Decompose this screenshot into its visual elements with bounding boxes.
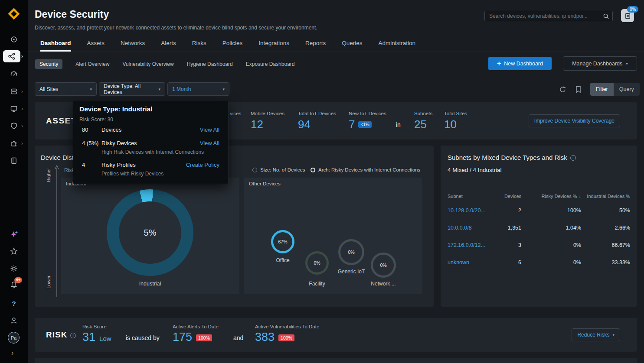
view-all-link[interactable]: View All xyxy=(200,126,219,133)
new-dashboard-button[interactable]: + New Dashboard xyxy=(488,57,552,70)
truncated-metric: vices xyxy=(230,111,241,116)
tab-queries[interactable]: Queries xyxy=(342,40,362,52)
tab-reports[interactable]: Reports xyxy=(305,40,326,52)
sidebar-item-security[interactable] xyxy=(10,122,18,130)
industrial-donut-chart[interactable]: 5% xyxy=(107,189,193,276)
subtab-exposure-dashboard[interactable]: Exposure Dashboard xyxy=(246,61,295,67)
sidebar-item-monitoring[interactable] xyxy=(10,104,18,113)
sidebar-expand-chevron-icon[interactable]: › xyxy=(11,349,13,357)
tab-risks[interactable]: Risks xyxy=(192,40,206,52)
subnets-card: Subnets by Mixed Device Types and Riski … xyxy=(441,146,637,307)
metric-label: Mobile Devices xyxy=(251,111,284,116)
cell-industrial: 33.33% xyxy=(581,259,630,266)
sites-filter-value: All Sites xyxy=(39,86,58,92)
manage-dashboards-button[interactable]: Manage Dashboards ▾ xyxy=(563,56,637,71)
col-devices[interactable]: Devices xyxy=(500,194,521,199)
reduce-risks-button[interactable]: Reduce Risks ▾ xyxy=(572,328,620,341)
bubble-generic-iot[interactable]: 0% xyxy=(338,239,364,265)
search-input[interactable] xyxy=(485,13,603,19)
other-devices-plot-panel: Other Devices 67% Office 0% Facility 0% … xyxy=(244,178,422,294)
info-icon[interactable]: i xyxy=(570,155,576,161)
metric-mobile-devices: Mobile Devices 12 xyxy=(251,111,284,131)
metric-new-iot: New IoT Devices 7 <1% xyxy=(349,111,386,131)
chevron-right-icon: › xyxy=(21,88,23,94)
bubble-value: 67% xyxy=(278,239,287,244)
sidebar-item-reports[interactable] xyxy=(10,156,18,165)
metric-value[interactable]: 25 xyxy=(414,118,432,131)
improve-visibility-button[interactable]: Improve Device Visibility Coverage xyxy=(529,114,620,127)
legend-size-option[interactable]: Size: No. of Devices xyxy=(252,167,305,172)
filter-toggle-button[interactable]: Filter xyxy=(590,83,614,96)
bubble-office[interactable]: 67% xyxy=(271,230,294,253)
sidebar-item-active-nav[interactable] xyxy=(3,50,20,62)
popover-row-value: 80 xyxy=(82,126,101,133)
subnet-link[interactable]: 172.16.0.0/12... xyxy=(448,242,500,248)
tab-assets[interactable]: Assets xyxy=(87,40,105,52)
create-policy-link[interactable]: Create Policy xyxy=(186,162,219,168)
plus-icon: + xyxy=(497,60,501,67)
sidebar-item-assets[interactable] xyxy=(10,87,18,96)
tab-policies[interactable]: Policies xyxy=(222,40,243,52)
tab-alerts[interactable]: Alerts xyxy=(161,40,176,52)
subtab-alert-overview[interactable]: Alert Overview xyxy=(75,61,109,67)
brand-logo[interactable] xyxy=(8,8,20,20)
query-toggle-button[interactable]: Query xyxy=(614,83,640,96)
sidebar-item-integrations[interactable] xyxy=(10,139,18,148)
time-range-filter-dropdown[interactable]: 1 Month ▾ xyxy=(167,82,229,96)
risk-axis xyxy=(54,164,60,301)
alerts-value[interactable]: 175 xyxy=(173,331,192,344)
metric-value[interactable]: 10 xyxy=(444,118,467,131)
radio-selected-icon[interactable] xyxy=(311,168,315,172)
reduce-risks-label: Reduce Risks xyxy=(577,332,609,338)
sidebar-item-favorites[interactable] xyxy=(10,247,18,256)
bookmark-button[interactable] xyxy=(574,85,582,93)
metric-label: Risk Score xyxy=(82,324,111,329)
refresh-button[interactable] xyxy=(559,85,566,93)
bubble-value: 0% xyxy=(348,250,354,255)
popover-row-label: Risky Devices xyxy=(101,140,200,146)
user-avatar[interactable]: Pa xyxy=(8,332,20,344)
bubble-facility[interactable]: 0% xyxy=(305,251,329,275)
tab-dashboard[interactable]: Dashboard xyxy=(40,40,71,52)
subnet-link[interactable]: 10.128.0.0/20... xyxy=(448,207,500,214)
subtab-security[interactable]: Security xyxy=(35,59,62,69)
popover-row-label: Risky Profiles xyxy=(101,162,186,168)
popover-title: Device Type: Industrial xyxy=(79,105,153,113)
subtab-hygiene-dashboard[interactable]: Hygiene Dashboard xyxy=(187,61,233,67)
subnet-link[interactable]: 10.0.0.0/8 xyxy=(448,225,500,231)
clipboard-icon xyxy=(624,12,631,19)
global-search[interactable] xyxy=(484,11,613,21)
sidebar-item-discover[interactable] xyxy=(10,35,18,44)
col-risky[interactable]: Risky Devices %↓ xyxy=(521,194,581,199)
vulnerabilities-value[interactable]: 383 xyxy=(255,331,275,344)
risk-score-value[interactable]: 31 xyxy=(82,331,95,344)
metric-value[interactable]: 94 xyxy=(298,118,336,131)
cell-devices: 2 xyxy=(500,207,521,214)
subnet-link[interactable]: unknown xyxy=(448,259,500,266)
chevron-down-icon: ▾ xyxy=(626,62,628,66)
axis-label-lower: Lower xyxy=(46,275,51,288)
device-type-filter-dropdown[interactable]: Device Type: All Devices ▾ xyxy=(99,82,165,96)
info-icon[interactable]: i xyxy=(70,333,76,338)
cell-industrial: 66.67% xyxy=(581,242,630,248)
sidebar-item-assistant[interactable] xyxy=(10,230,18,239)
sidebar-item-account[interactable] xyxy=(10,316,18,325)
sites-filter-dropdown[interactable]: All Sites ▾ xyxy=(35,82,97,96)
legend-arch-option[interactable]: Arch: Risky Devices with Internet Connec… xyxy=(311,167,420,172)
radio-icon[interactable] xyxy=(252,168,257,172)
sidebar-item-dashboards[interactable] xyxy=(10,70,18,78)
view-all-link[interactable]: View All xyxy=(200,140,219,146)
popover-row-risky-profiles: 4 Risky Profiles Create Policy xyxy=(82,162,219,168)
tab-integrations[interactable]: Integrations xyxy=(258,40,289,52)
tab-administration[interactable]: Administration xyxy=(378,40,415,52)
sidebar-item-settings[interactable] xyxy=(10,264,18,273)
tab-networks[interactable]: Networks xyxy=(121,40,145,52)
subtab-vulnerability-overview[interactable]: Vulnerability Overview xyxy=(122,61,173,67)
metric-value[interactable]: 7 xyxy=(349,118,355,131)
col-industrial[interactable]: Industrial Devices % xyxy=(581,194,630,199)
puzzle-icon xyxy=(10,139,18,147)
bubble-network[interactable]: 0% xyxy=(371,253,396,278)
sidebar-item-help[interactable]: ? xyxy=(10,299,18,308)
col-subnet[interactable]: Subnet xyxy=(448,194,500,199)
metric-value[interactable]: 12 xyxy=(251,118,284,131)
